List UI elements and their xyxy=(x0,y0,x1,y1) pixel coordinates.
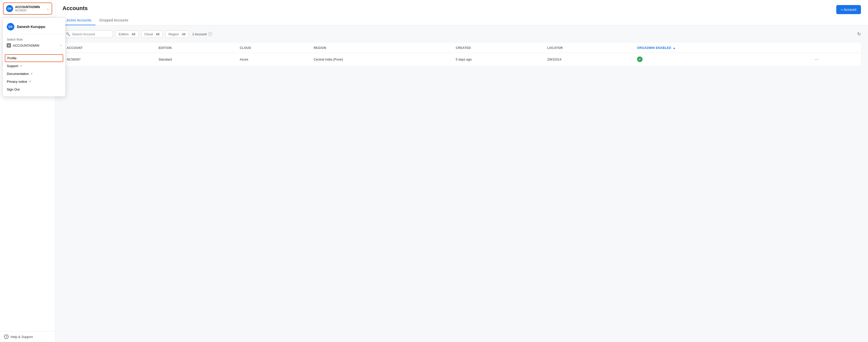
account-name: ACCOUNTADMIN xyxy=(15,5,44,9)
account-count: 1 Account ? xyxy=(192,32,212,36)
tab-dropped-accounts[interactable]: Dropped Accounts xyxy=(95,16,132,25)
orgadmin-status-check: ✓ xyxy=(637,57,643,62)
switch-role-item[interactable]: ACCOUNTADMIN › xyxy=(7,42,61,49)
page-header: Accounts Active Accounts Dropped Account… xyxy=(55,0,868,25)
sidebar-header: DK ACCOUNTADMIN NC56097 ⌄ DK Danesh Kuru… xyxy=(0,0,55,18)
account-id: NC56097 xyxy=(15,9,44,12)
role-icon xyxy=(7,44,11,48)
sign-out-menu-item[interactable]: Sign Out xyxy=(3,86,65,93)
help-icon: ? xyxy=(4,335,8,339)
current-role-label: ACCOUNTADMIN xyxy=(13,44,39,48)
cloud-filter[interactable]: Cloud All xyxy=(141,30,163,38)
cloud-label: Cloud xyxy=(144,32,153,36)
tab-active-accounts[interactable]: Active Accounts xyxy=(62,16,95,25)
external-link-icon: ↗ xyxy=(29,80,31,83)
refresh-button[interactable]: ↻ xyxy=(857,31,861,37)
switch-role-label: Switch Role xyxy=(7,38,61,41)
profile-menu-item[interactable]: Profile xyxy=(5,54,63,62)
edition-value: All xyxy=(131,32,135,36)
svg-rect-0 xyxy=(8,45,10,47)
col-header-account: ACCOUNT xyxy=(63,43,155,53)
external-link-icon: ↗ xyxy=(30,72,32,76)
dropdown-divider xyxy=(3,52,65,52)
avatar: DK xyxy=(6,5,13,12)
edition-filter[interactable]: Edition All xyxy=(115,30,138,38)
cell-row-menu[interactable]: ⋯ xyxy=(811,53,861,66)
help-label: Help & Support xyxy=(10,335,33,339)
region-value: All xyxy=(182,32,185,36)
sort-icon: ▲ xyxy=(673,47,676,50)
cell-region: Central India (Pune) xyxy=(310,53,452,66)
privacy-notice-menu-item[interactable]: Privacy notice ↗ xyxy=(3,78,65,86)
info-icon[interactable]: ? xyxy=(208,32,212,36)
support-menu-item[interactable]: Support ↗ xyxy=(3,62,65,70)
search-box[interactable]: 🔍 xyxy=(62,30,113,38)
page-title: Accounts xyxy=(62,5,88,11)
region-label: Region xyxy=(168,32,179,36)
col-header-edition: EDITION xyxy=(154,43,236,53)
col-header-actions xyxy=(811,43,861,53)
external-link-icon: ↗ xyxy=(20,64,22,67)
switch-role-section: Switch Role ACCOUNTADMIN › xyxy=(3,36,65,50)
search-input[interactable] xyxy=(72,32,107,36)
account-switcher[interactable]: DK ACCOUNTADMIN NC56097 ⌄ xyxy=(3,2,52,15)
row-more-options[interactable]: ⋯ xyxy=(815,57,819,62)
cell-cloud: Azure xyxy=(236,53,310,66)
chevron-right-icon: › xyxy=(60,44,61,47)
col-header-cloud: CLOUD xyxy=(236,43,310,53)
sidebar-footer: ? Help & Support xyxy=(0,331,55,342)
documentation-menu-item[interactable]: Documentation ↗ xyxy=(3,70,65,78)
col-header-created: CREATED xyxy=(452,43,543,53)
main-content: Accounts Active Accounts Dropped Account… xyxy=(55,0,868,342)
toolbar: 🔍 Edition All Cloud All Region All 1 Ac xyxy=(62,30,861,38)
help-support-item[interactable]: ? Help & Support xyxy=(4,335,51,339)
col-header-locator: LOCATOR xyxy=(543,43,633,53)
accounts-table: ACCOUNT EDITION CLOUD REGION CREATED LOC… xyxy=(62,43,861,66)
sidebar: DK ACCOUNTADMIN NC56097 ⌄ DK Danesh Kuru… xyxy=(0,0,55,342)
dropdown-avatar: DK xyxy=(7,23,14,30)
dropdown-username: Danesh Kuruppu xyxy=(17,25,45,29)
cell-account: NC56097 xyxy=(63,53,155,66)
account-info: ACCOUNTADMIN NC56097 xyxy=(15,5,44,12)
page-body: + Account 🔍 Edition All Cloud All Regi xyxy=(55,25,868,342)
region-filter[interactable]: Region All xyxy=(165,30,189,38)
cloud-value: All xyxy=(156,32,159,36)
chevron-down-icon: ⌄ xyxy=(46,7,49,10)
cell-locator: ZW10314 xyxy=(543,53,633,66)
cell-created: 5 days ago xyxy=(452,53,543,66)
dropdown-menu: DK Danesh Kuruppu Switch Role ACCOUNTADM… xyxy=(2,18,65,96)
col-header-orgadmin[interactable]: ORGADMIN ENABLED ▲ xyxy=(633,43,811,53)
cell-edition: Standard xyxy=(154,53,236,66)
tab-bar: Active Accounts Dropped Accounts xyxy=(62,16,861,25)
col-header-region: REGION xyxy=(310,43,452,53)
dropdown-user-info: DK Danesh Kuruppu xyxy=(3,21,65,34)
cell-orgadmin: ✓ xyxy=(633,53,811,66)
table-row: NC56097 Standard Azure Central India (Pu… xyxy=(63,53,861,66)
search-icon: 🔍 xyxy=(66,32,70,36)
edition-label: Edition xyxy=(119,32,129,36)
